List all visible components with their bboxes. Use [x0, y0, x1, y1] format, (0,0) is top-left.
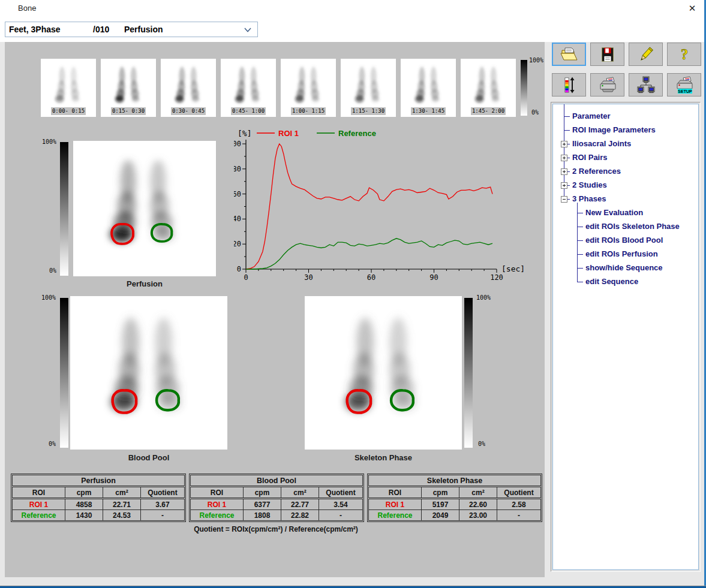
tree-expander-plus-icon[interactable] [561, 141, 567, 147]
roi-name-cell: Reference [13, 510, 65, 521]
tree-connector [577, 254, 583, 255]
value-cell: 1808 [244, 510, 281, 521]
print-button[interactable] [590, 73, 624, 97]
tree-expander-minus-icon[interactable] [561, 196, 567, 203]
pencil-icon [637, 46, 655, 64]
tree-connector [564, 116, 570, 117]
table-title: Perfusion [13, 475, 185, 487]
table-row: Reference204923.00- [369, 510, 541, 521]
value-cell: 22.77 [281, 499, 319, 510]
table-row: ROI 1519722.602.58 [369, 499, 541, 510]
series-reference [246, 239, 492, 269]
tree-connector [577, 227, 583, 227]
bloodpool-colorbar-max: 100% [41, 294, 56, 301]
sidebar-item-roi-pairs[interactable]: ROI Pairs [572, 152, 608, 163]
study-id: /010 [93, 25, 124, 34]
skeleton-caption: Skeleton Phase [305, 453, 462, 462]
value-cell: 24.53 [103, 510, 141, 521]
save-button[interactable] [590, 43, 624, 66]
sidebar-item-edit-rois-blood-pool[interactable]: edit ROIs Blood Pool [585, 235, 663, 246]
roi-name-cell: Reference [191, 510, 244, 521]
sequence-frame: 0:15- 0:30 [101, 59, 156, 117]
svg-text:?: ? [680, 46, 687, 62]
table-row: Reference143024.53- [13, 510, 185, 521]
tree-expander-plus-icon[interactable] [561, 155, 567, 161]
tree-expander-plus-icon[interactable] [561, 182, 567, 189]
table-header-cell: cm² [281, 487, 319, 499]
x-tick-label: 0 [244, 273, 248, 282]
value-cell: 22.60 [459, 499, 497, 510]
tree-connector [577, 213, 583, 213]
value-cell: 3.54 [319, 499, 363, 510]
sidebar-item-3-phases[interactable]: 3 Phases [572, 194, 606, 204]
table-header-cell: cpm [65, 487, 103, 499]
table-row: ROI 1637722.773.54 [191, 499, 363, 510]
legend-reference-label: Reference [338, 129, 376, 138]
result-table-skeleton-phase: Skeleton PhaseROIcpmcm²QuotientROI 15197… [367, 474, 542, 522]
frame-time-label: 1:45- 2:00 [471, 107, 506, 115]
skeleton-colorbar-min: 0% [478, 441, 485, 447]
sequence-frame: 0:45- 1:00 [221, 59, 276, 117]
table-header-cell: ROI [369, 487, 422, 499]
skeleton-image [305, 296, 462, 450]
sidebar-item-edit-rois-skeleton-phase[interactable]: edit ROIs Skeleton Phase [585, 221, 680, 232]
study-name: Feet, 3Phase [9, 25, 93, 34]
frame-time-label: 0:45- 1:00 [231, 107, 266, 115]
tree-connector [577, 268, 583, 269]
study-selector-dropdown[interactable]: Feet, 3Phase /010 Perfusion [5, 22, 258, 37]
open-folder-icon [560, 46, 579, 64]
chevron-down-icon [244, 25, 251, 34]
roi-name-cell: ROI 1 [191, 499, 244, 510]
network-button[interactable] [629, 73, 663, 97]
table-header-cell: Quotient [497, 487, 541, 499]
sequence-frame: 0:30- 0:45 [161, 59, 216, 117]
value-cell: 6377 [244, 499, 281, 510]
feet-scintigram [73, 141, 216, 276]
edit-button[interactable] [629, 43, 663, 66]
sidebar-item-edit-sequence[interactable]: edit Sequence [585, 276, 638, 287]
sidebar-item-parameter[interactable]: Parameter [572, 111, 611, 122]
navigation-tree-panel: ParameterROI Image Parameters Iliosacral… [551, 102, 701, 572]
quotient-formula-note: Quotient = ROIx(cpm/cm²) / Reference(cpm… [168, 525, 384, 533]
value-cell: 1430 [65, 510, 103, 521]
table-title: Skeleton Phase [369, 475, 541, 487]
value-cell: 23.00 [459, 510, 497, 521]
x-tick-label: 90 [429, 273, 438, 282]
sequence-colorbar-min: 0% [531, 109, 539, 116]
chart-x-unit: [sec] [501, 264, 525, 273]
x-tick-label: 60 [367, 273, 375, 282]
bloodpool-caption: Blood Pool [70, 453, 227, 462]
y-tick-label: 20 [234, 240, 241, 248]
close-icon[interactable]: ✕ [686, 2, 699, 15]
result-table-perfusion: PerfusionROIcpmcm²QuotientROI 1485822.71… [11, 474, 186, 522]
frame-time-label: 0:00- 0:15 [51, 107, 86, 115]
value-cell: - [497, 510, 541, 521]
frame-time-label: 0:15- 0:30 [111, 107, 146, 115]
sidebar-item-show-hide-sequence[interactable]: show/hide Sequence [585, 263, 663, 273]
sidebar-item-2-references[interactable]: 2 References [572, 166, 621, 177]
table-row: ROI 1485822.713.67 [13, 499, 185, 510]
print-setup-button[interactable]: SETUP [667, 73, 701, 97]
result-table-blood-pool: Blood PoolROIcpmcm²QuotientROI 1637722.7… [189, 474, 364, 522]
table-header-cell: Quotient [319, 487, 363, 499]
sidebar-item-edit-rois-perfusion[interactable]: edit ROIs Perfusion [585, 249, 658, 260]
sidebar-item-iliosacral-joints[interactable]: Iliosacral Joints [572, 138, 631, 149]
sidebar-item-roi-image-parameters[interactable]: ROI Image Parameters [572, 125, 656, 135]
perfusion-colorbar [60, 142, 68, 276]
help-button[interactable]: ? [667, 43, 701, 66]
tree-expander-plus-icon[interactable] [561, 168, 567, 175]
sequence-frame: 0:00- 0:15 [41, 59, 96, 117]
open-button[interactable] [552, 43, 586, 66]
table-header-cell: cm² [459, 487, 497, 499]
y-tick-label: 60 [234, 190, 241, 198]
sidebar-item-new-evaluation[interactable]: New Evaluation [585, 207, 643, 218]
value-cell: 3.67 [141, 499, 185, 510]
frame-time-label: 1:30- 1:45 [411, 107, 446, 115]
sequence-frame: 1:45- 2:00 [461, 59, 516, 117]
sidebar-item-2-studies[interactable]: 2 Studies [572, 180, 607, 191]
sequence-colorbar-max: 100% [529, 57, 543, 64]
series-roi-1 [246, 144, 492, 269]
color-scale-button[interactable] [552, 73, 586, 97]
perfusion-caption: Perfusion [73, 279, 216, 288]
feet-scintigram [305, 296, 462, 450]
